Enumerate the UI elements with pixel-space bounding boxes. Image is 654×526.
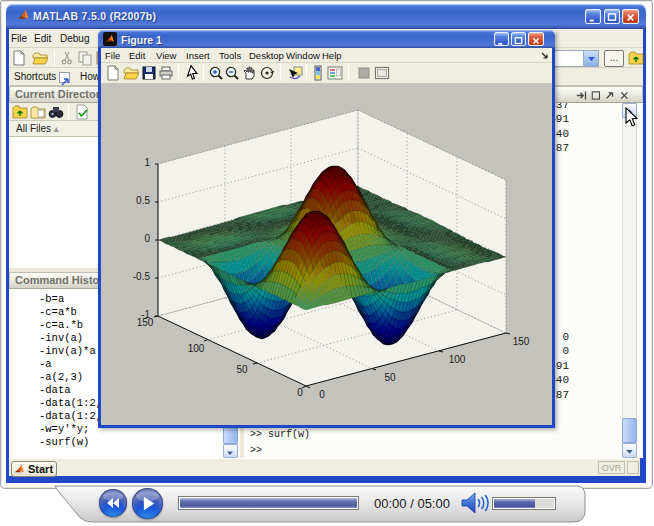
svg-text:150: 150: [513, 336, 530, 347]
svg-text:50: 50: [384, 372, 396, 383]
svg-text:0.5: 0.5: [136, 195, 150, 206]
svg-text:150: 150: [137, 317, 154, 328]
svg-text:1: 1: [144, 157, 150, 168]
svg-text:-0.5: -0.5: [133, 271, 151, 282]
svg-text:0: 0: [319, 389, 325, 400]
svg-text:100: 100: [188, 343, 205, 354]
svg-text:0: 0: [297, 387, 303, 398]
svg-text:50: 50: [236, 364, 248, 375]
svg-text:100: 100: [449, 354, 466, 365]
svg-text:0: 0: [144, 233, 150, 244]
